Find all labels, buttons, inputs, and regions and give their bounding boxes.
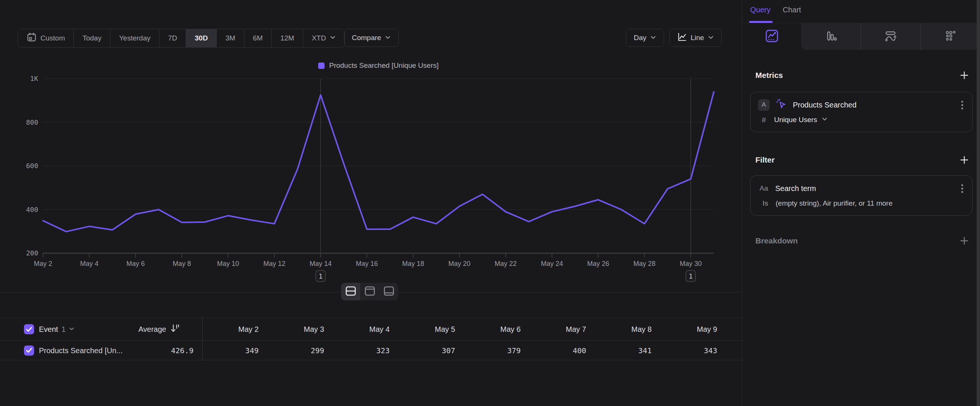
day-column: May 9343 bbox=[661, 318, 726, 360]
x-axis-tick-label: May 2 bbox=[34, 260, 52, 267]
add-breakdown-button[interactable] bbox=[959, 236, 969, 246]
average-value-cell: 426.9 bbox=[120, 346, 194, 355]
x-axis-tick-label: May 10 bbox=[217, 260, 239, 267]
day-column: May 7400 bbox=[530, 318, 595, 360]
y-axis-tick-label: 1K bbox=[30, 75, 38, 83]
day-column: May 8341 bbox=[595, 318, 661, 360]
x-axis-tick-label: May 26 bbox=[587, 260, 609, 267]
split-view-button[interactable] bbox=[341, 283, 360, 300]
day-value-cell: 307 bbox=[399, 341, 455, 360]
series-line[interactable] bbox=[43, 92, 714, 231]
panel-tab-bar: Query Chart bbox=[742, 0, 980, 23]
day-column-header[interactable]: May 6 bbox=[464, 318, 521, 341]
day-column-header[interactable]: May 7 bbox=[530, 318, 586, 341]
day-value-cell: 349 bbox=[202, 341, 259, 360]
day-column: May 2349 bbox=[202, 318, 268, 360]
chart-view-button[interactable] bbox=[360, 283, 379, 300]
day-column: May 5307 bbox=[399, 318, 464, 360]
x-axis-tick-label: May 6 bbox=[127, 260, 145, 267]
breakdown-heading: Breakdown bbox=[756, 236, 798, 245]
table-view-icon bbox=[384, 286, 394, 298]
x-axis-tick-label: May 12 bbox=[263, 260, 285, 267]
chevron-down-icon bbox=[69, 325, 75, 334]
string-property-icon: Aa bbox=[758, 184, 770, 193]
day-column: May 6379 bbox=[464, 318, 530, 360]
metric-card[interactable]: A Products Searched # Unique Users bbox=[750, 92, 972, 132]
filter-section-header: Filter bbox=[756, 154, 969, 166]
metrics-section-header: Metrics bbox=[756, 70, 969, 81]
average-column-header[interactable]: Average bbox=[105, 323, 180, 335]
day-column-header[interactable]: May 2 bbox=[202, 318, 259, 341]
day-value-cell: 341 bbox=[595, 341, 652, 360]
y-axis-tick-label: 200 bbox=[26, 249, 38, 257]
row-checkbox[interactable] bbox=[24, 345, 34, 355]
split-view-icon bbox=[345, 286, 356, 298]
day-column-header[interactable]: May 8 bbox=[595, 318, 652, 341]
annotation-badge-label: 1 bbox=[689, 272, 693, 280]
x-axis-tick-label: May 22 bbox=[495, 260, 517, 267]
filter-kebab-menu[interactable] bbox=[960, 183, 965, 194]
table-view-button[interactable] bbox=[379, 283, 398, 300]
filter-heading: Filter bbox=[756, 155, 775, 164]
tab-grid-view[interactable] bbox=[921, 23, 980, 50]
tab-flows-view[interactable] bbox=[861, 23, 920, 50]
filter-property-title[interactable]: Search term bbox=[775, 184, 954, 193]
tab-bar-chart-view[interactable] bbox=[801, 23, 861, 50]
y-axis-tick-label: 600 bbox=[26, 162, 38, 170]
layout-view-toggle bbox=[341, 283, 398, 300]
metric-title[interactable]: Products Searched bbox=[793, 101, 954, 109]
x-axis-tick-label: May 28 bbox=[633, 260, 655, 267]
day-value-cell: 299 bbox=[268, 341, 324, 360]
x-axis-tick-label: May 24 bbox=[541, 260, 563, 267]
day-column-header[interactable]: May 3 bbox=[268, 318, 324, 341]
tab-chart[interactable]: Chart bbox=[783, 6, 801, 14]
sort-descending-icon bbox=[170, 323, 180, 335]
day-value-cell: 343 bbox=[661, 341, 717, 360]
bar-chart-icon bbox=[825, 30, 837, 44]
aggregation-selector[interactable]: Unique Users bbox=[774, 116, 817, 124]
day-column-header[interactable]: May 9 bbox=[661, 318, 717, 341]
filter-operator[interactable]: Is bbox=[759, 199, 771, 207]
analytics-app: CustomTodayYesterday7D30D3M6M12MXTD Comp… bbox=[0, 0, 980, 406]
day-value-cell: 323 bbox=[333, 341, 390, 360]
day-column: May 3299 bbox=[268, 318, 333, 360]
event-cursor-icon bbox=[775, 98, 787, 111]
metric-letter-badge: A bbox=[758, 99, 770, 111]
grid-dots-icon bbox=[944, 30, 957, 44]
average-label: Average bbox=[138, 325, 166, 334]
x-axis-tick-label: May 20 bbox=[449, 260, 471, 267]
annotation-badge-label: 1 bbox=[318, 272, 323, 280]
add-metric-button[interactable] bbox=[959, 70, 969, 81]
metric-kebab-menu[interactable] bbox=[960, 99, 965, 111]
active-tab-underline bbox=[749, 21, 773, 23]
metrics-heading: Metrics bbox=[756, 71, 783, 80]
chevron-down-icon bbox=[822, 116, 828, 124]
view-type-strip bbox=[801, 23, 980, 50]
panel-scrollbar[interactable] bbox=[977, 0, 980, 406]
event-column-header[interactable]: Event 1 bbox=[39, 325, 75, 334]
line-chart[interactable]: 2004006008001KMay 2May 4May 6May 8May 10… bbox=[0, 0, 742, 299]
x-axis-tick-label: May 16 bbox=[356, 260, 378, 267]
filter-value[interactable]: (empty string), Air purifier, or 11 more bbox=[776, 199, 892, 207]
day-value-columns: May 2349May 3299May 4323May 5307May 6379… bbox=[202, 318, 726, 360]
y-axis-tick-label: 400 bbox=[26, 205, 38, 213]
select-all-checkbox[interactable] bbox=[24, 324, 34, 334]
day-column-header[interactable]: May 5 bbox=[399, 318, 455, 341]
filter-card[interactable]: Aa Search term Is (empty string), Air pu… bbox=[750, 175, 972, 216]
tab-insights-view[interactable] bbox=[742, 23, 801, 50]
day-column: May 4323 bbox=[333, 318, 399, 360]
day-value-cell: 379 bbox=[464, 341, 521, 360]
event-count: 1 bbox=[61, 325, 65, 334]
aggregation-hash-icon: # bbox=[758, 116, 770, 124]
event-label: Event bbox=[39, 325, 58, 334]
day-column-header[interactable]: May 4 bbox=[333, 318, 390, 341]
insights-line-chart-icon bbox=[765, 29, 779, 45]
tab-query[interactable]: Query bbox=[750, 6, 770, 14]
y-axis-tick-label: 800 bbox=[26, 118, 38, 126]
x-axis-tick-label: May 30 bbox=[680, 260, 702, 267]
day-value-cell: 400 bbox=[530, 341, 586, 360]
x-axis-tick-label: May 4 bbox=[80, 260, 99, 267]
x-axis-tick-label: May 14 bbox=[310, 260, 332, 267]
add-filter-button[interactable] bbox=[959, 155, 969, 165]
breakdown-section-header: Breakdown bbox=[756, 235, 969, 247]
